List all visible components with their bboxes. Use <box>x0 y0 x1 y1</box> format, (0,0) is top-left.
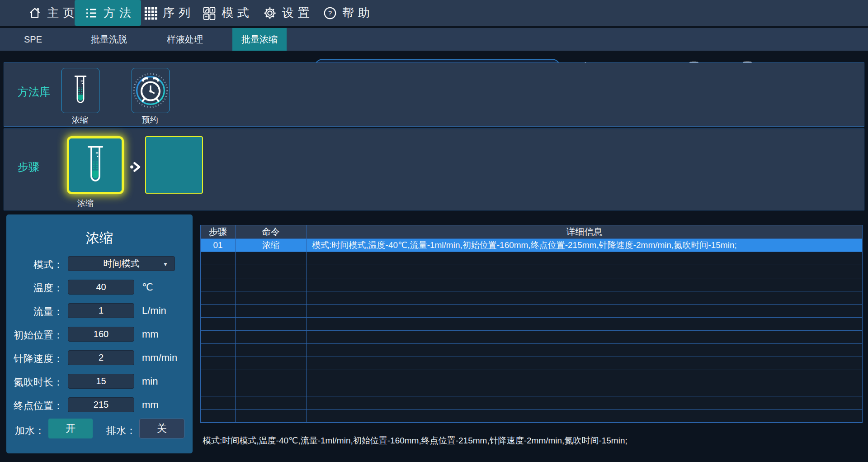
table-row-empty <box>201 278 862 291</box>
empty-cell <box>307 278 862 291</box>
method-library-section: 方法库 浓缩预约 <box>4 62 864 127</box>
library-label-concentrate: 浓缩 <box>61 114 99 125</box>
tab-batch-concentration[interactable]: 批量浓缩 <box>232 28 287 51</box>
empty-cell <box>201 344 236 357</box>
field-row-start-position: 初始位置：160mm <box>6 327 193 342</box>
empty-cell <box>236 278 307 291</box>
field-label-flow: 流量： <box>10 305 63 319</box>
empty-cell <box>307 410 862 423</box>
empty-cell <box>307 344 862 357</box>
start-position-input[interactable]: 160 <box>68 327 134 342</box>
nav-item-help[interactable]: ?帮助 <box>323 0 370 26</box>
needle-speed-input[interactable]: 2 <box>68 350 134 365</box>
panel-title: 浓缩 <box>6 229 193 248</box>
row-step-cell: 01 <box>201 239 236 252</box>
empty-cell <box>307 265 862 278</box>
field-label-end-position: 终点位置： <box>10 399 63 413</box>
empty-cell <box>307 396 862 410</box>
nav-item-method[interactable]: 方法 <box>75 0 141 26</box>
empty-cell <box>236 344 307 357</box>
empty-cell <box>236 291 307 305</box>
empty-cell <box>236 357 307 370</box>
field-label-temperature: 温度： <box>10 281 63 295</box>
table-row-empty <box>201 318 862 331</box>
empty-cell <box>307 331 862 344</box>
library-item-concentrate[interactable] <box>61 68 99 113</box>
empty-cell <box>236 383 307 396</box>
gear-icon <box>263 6 277 20</box>
empty-cell <box>201 305 236 318</box>
nav-item-settings[interactable]: 设置 <box>263 0 310 26</box>
field-row-flow: 流量：1L/min <box>6 303 193 319</box>
empty-cell <box>236 331 307 344</box>
field-row-mode: 模式：时间模式▼ <box>6 256 193 271</box>
list-icon <box>85 6 98 20</box>
library-item-reserve[interactable] <box>132 68 170 113</box>
mode-select[interactable]: 时间模式▼ <box>68 256 175 271</box>
table-row-empty <box>201 370 862 383</box>
method-tabbar: 方法名称: 苯并芘浓缩 新建打开保存另存 SPE批量洗脱样液处理批量浓缩 <box>0 28 868 51</box>
empty-cell <box>201 410 236 423</box>
toggle-label-drain: 排水： <box>106 424 136 438</box>
empty-cell <box>236 265 307 278</box>
nav-item-home[interactable]: 主页 <box>28 0 75 26</box>
field-unit-end-position: mm <box>142 399 159 411</box>
grid-icon <box>144 6 157 20</box>
empty-cell <box>236 410 307 423</box>
empty-cell <box>201 357 236 370</box>
field-unit-start-position: mm <box>142 329 159 340</box>
field-label-needle-speed: 针降速度： <box>10 352 63 366</box>
empty-cell <box>236 318 307 331</box>
empty-cell <box>236 370 307 383</box>
table-row-empty <box>201 410 862 423</box>
step-concentrate-selected[interactable] <box>67 136 124 194</box>
table-header-row: 步骤命令详细信息 <box>201 225 862 239</box>
temperature-input[interactable]: 40 <box>68 280 134 295</box>
chevron-down-icon: ▼ <box>163 261 168 267</box>
table-row-empty <box>201 252 862 265</box>
field-unit-nitrogen-time: min <box>142 376 158 387</box>
flow-input[interactable]: 1 <box>68 303 134 318</box>
drain-toggle-button[interactable]: 关 <box>139 419 184 438</box>
empty-cell <box>236 252 307 265</box>
row-detail-cell: 模式:时间模式,温度-40℃,流量-1ml/min,初始位置-160mm,终点位… <box>307 239 862 252</box>
step-slot-empty[interactable] <box>145 136 203 194</box>
field-unit-flow: L/min <box>142 305 166 317</box>
steps-title: 步骤 <box>18 160 39 174</box>
table-row-empty <box>201 331 862 344</box>
toggle-label-add-water: 加水： <box>15 424 45 438</box>
table-row-empty <box>201 265 862 278</box>
tab-batch-elution[interactable]: 批量洗脱 <box>66 28 152 51</box>
tab-spe[interactable]: SPE <box>0 28 66 51</box>
step-label: 浓缩 <box>77 198 94 209</box>
field-unit-temperature: ℃ <box>142 281 153 293</box>
empty-cell <box>201 318 236 331</box>
empty-cell <box>201 383 236 396</box>
tab-sample-processing[interactable]: 样液处理 <box>152 28 218 51</box>
nav-item-mode[interactable]: 模式 <box>203 0 249 26</box>
clock-icon <box>132 72 169 109</box>
empty-cell <box>307 252 862 265</box>
table-header-detail: 详细信息 <box>307 225 862 239</box>
table-header-command: 命令 <box>236 225 307 239</box>
nitrogen-time-input[interactable]: 15 <box>68 374 134 389</box>
empty-cell <box>201 252 236 265</box>
top-navbar: 主页方法序列模式设置?帮助 <box>0 0 868 26</box>
nav-item-sequence[interactable]: 序列 <box>144 0 190 26</box>
empty-cell <box>307 370 862 383</box>
field-row-needle-speed: 针降速度：2mm/min <box>6 350 193 366</box>
empty-cell <box>201 291 236 305</box>
add-water-toggle-button[interactable]: 开 <box>48 419 93 438</box>
help-icon: ? <box>323 6 337 20</box>
svg-text:?: ? <box>328 9 332 17</box>
field-row-end-position: 终点位置：215mm <box>6 397 193 413</box>
table-row-empty <box>201 344 862 357</box>
arrow-icon <box>130 162 142 172</box>
steps-section: 步骤 浓缩 <box>4 129 864 210</box>
pattern-icon <box>203 6 216 20</box>
end-position-input[interactable]: 215 <box>68 397 134 412</box>
nav-label-sequence: 序列 <box>163 5 194 21</box>
table-row[interactable]: 01浓缩模式:时间模式,温度-40℃,流量-1ml/min,初始位置-160mm… <box>201 239 862 252</box>
field-label-nitrogen-time: 氮吹时长： <box>10 376 63 389</box>
empty-cell <box>307 305 862 318</box>
